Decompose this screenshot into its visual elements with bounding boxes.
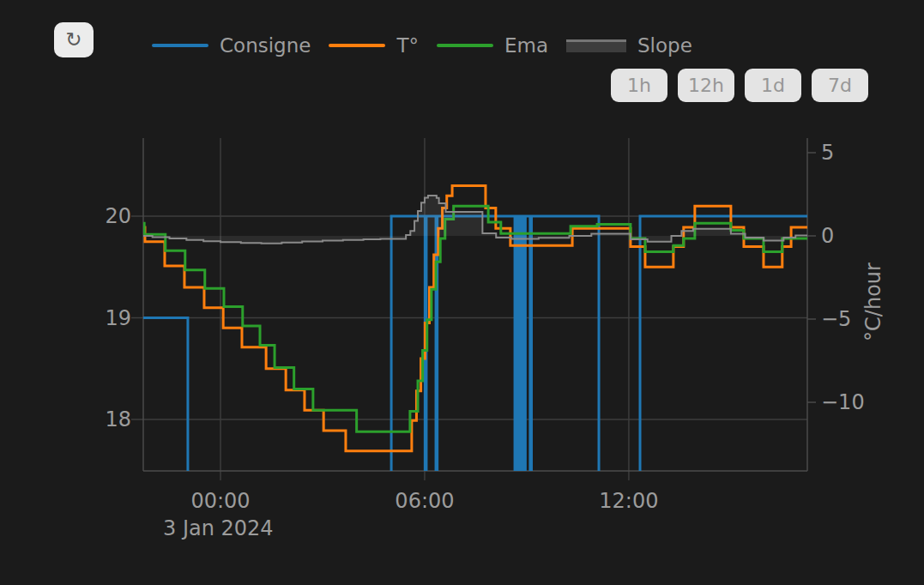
y-right-tick-label: 0 <box>821 224 834 248</box>
y-right-tick-label: 5 <box>821 141 834 165</box>
y-right-tick-label: −5 <box>821 307 851 331</box>
y-axis-left-labels: 201918 <box>105 204 131 431</box>
axis-borders <box>143 138 807 471</box>
chart-canvas[interactable]: 00:0006:0012:003 Jan 202420191850−5−10°C… <box>0 0 924 585</box>
x-axis-labels: 00:0006:0012:003 Jan 2024 <box>163 489 659 540</box>
series-slope <box>143 196 807 244</box>
y-axis-right-labels: 50−5−10°C/hour <box>821 141 885 414</box>
y-left-tick-label: 18 <box>105 407 131 431</box>
y-axis-right-title: °C/hour <box>861 262 885 341</box>
y-left-tick-label: 19 <box>105 306 131 330</box>
y-left-tick-label: 20 <box>105 204 131 228</box>
x-tick-label: 00:00 <box>190 489 250 513</box>
x-tick-label: 12:00 <box>599 489 658 513</box>
y-right-tick-label: −10 <box>821 390 865 414</box>
x-tick-label: 06:00 <box>395 489 454 513</box>
grid-lines <box>131 138 816 480</box>
x-axis-date-label: 3 Jan 2024 <box>163 516 274 540</box>
series-consigne <box>143 216 807 522</box>
thermostat-chart-card: ↻ ConsigneT°EmaSlope 1h12h1d7d 00:0006:0… <box>0 0 924 585</box>
